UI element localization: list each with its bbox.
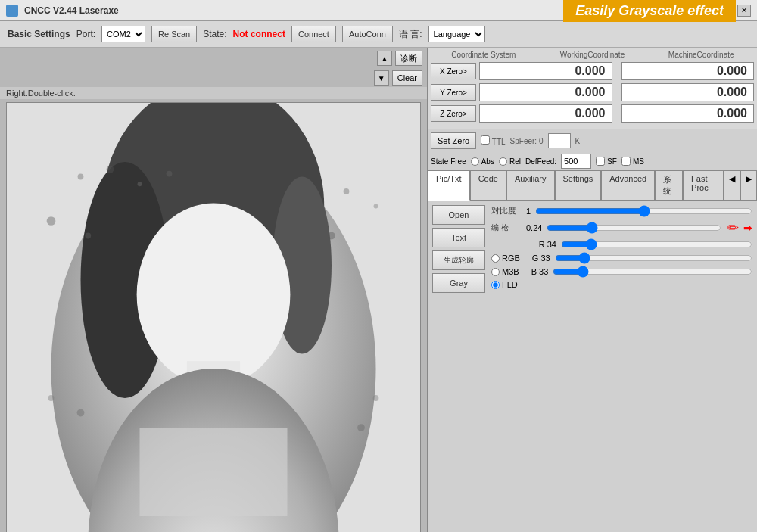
image-canvas — [6, 102, 421, 532]
fld-label: FLD — [502, 280, 518, 289]
rgb-row: RGB G 33 — [491, 253, 752, 263]
clear-row: ▼ Clear — [0, 69, 427, 87]
r-slider[interactable] — [561, 239, 752, 250]
b-slider[interactable] — [553, 266, 752, 277]
deffeed-label: DefFeed: — [525, 157, 556, 166]
clear-button[interactable]: Clear — [392, 70, 422, 86]
red-arrow-icon: ➡ — [743, 222, 752, 234]
m3b-radio[interactable] — [491, 268, 500, 276]
svg-point-20 — [48, 395, 55, 401]
tab-more-button[interactable]: ◀ — [724, 170, 740, 200]
contrast-slider-container — [535, 206, 752, 216]
tab-code[interactable]: Code — [470, 170, 506, 200]
y-zero-button[interactable]: Y Zero> — [431, 84, 476, 101]
contrast-label: 对比度 — [491, 205, 522, 216]
k-label: K — [575, 137, 581, 145]
port-select[interactable]: COM2COM1COM3COM4 — [101, 26, 145, 42]
portrait-image — [7, 103, 420, 532]
g-slider-container — [555, 253, 752, 263]
x-zero-button[interactable]: X Zero> — [431, 63, 476, 79]
arrow-down-button[interactable]: ▼ — [374, 70, 389, 86]
svg-point-12 — [107, 166, 114, 173]
tab-fast-proc[interactable]: Fast Proc — [683, 170, 724, 200]
content-area: ▲ 诊断 ▼ Clear Right.Double-click. — [0, 48, 757, 532]
abs-radio-group: Abs — [471, 157, 494, 166]
spfeer-input[interactable] — [548, 133, 571, 148]
autoconn-button[interactable]: AutoConn — [342, 26, 393, 42]
fld-radio[interactable] — [491, 281, 500, 289]
y-coord-row: Y Zero> 0.000 0.000 — [431, 83, 754, 101]
contrast-slider[interactable] — [535, 206, 752, 216]
coord-header: Coordinate System WorkingCoordinate Mach… — [431, 51, 754, 59]
tabs-bar: Pic/Txt Code Auxiliary Settings Advanced… — [428, 170, 757, 201]
app-icon — [6, 5, 18, 17]
svg-point-18 — [374, 204, 378, 209]
tab-more-button2[interactable]: ▶ — [740, 170, 757, 200]
deffeed-input[interactable] — [561, 154, 591, 169]
machine-coord-header: MachineCoordinate — [648, 51, 754, 59]
b-slider-container — [553, 266, 752, 277]
generate-outline-button[interactable]: 生成轮廓 — [432, 250, 485, 270]
x-machine-value: 0.000 — [621, 62, 755, 80]
fld-row: FLD — [491, 280, 752, 289]
svg-point-23 — [357, 424, 365, 431]
open-button[interactable]: Open — [432, 205, 485, 225]
coord-sys-header: Coordinate System — [431, 51, 537, 59]
tab-settings[interactable]: Settings — [555, 170, 602, 200]
rgb-label: RGB — [502, 254, 520, 263]
sf-checkbox[interactable] — [596, 157, 605, 166]
ms-checkbox[interactable] — [621, 157, 631, 166]
brightness-slider-container — [547, 222, 721, 233]
close-button[interactable]: ✕ — [737, 5, 751, 17]
diagnose-button[interactable]: 诊断 — [395, 51, 422, 66]
right-click-hint: Right.Double-click. — [0, 87, 427, 99]
tab-auxiliary[interactable]: Auxiliary — [506, 170, 555, 200]
z-machine-value: 0.000 — [621, 104, 755, 123]
svg-point-11 — [78, 174, 84, 180]
state-free-label: State Free — [431, 157, 466, 166]
set-zero-button[interactable]: Set Zero — [431, 132, 476, 149]
connect-button[interactable]: Connect — [291, 26, 336, 42]
text-button[interactable]: Text — [432, 228, 485, 247]
svg-point-13 — [138, 182, 142, 186]
y-working-value: 0.000 — [479, 83, 612, 101]
fld-option: FLD — [491, 280, 518, 289]
pic-txt-panel: Open Text 生成轮廓 Gray 对比度 1 — [428, 201, 757, 532]
right-panel: Coordinate System WorkingCoordinate Mach… — [428, 48, 757, 532]
tab-pic-txt[interactable]: Pic/Txt — [428, 170, 470, 201]
brightness-value: 0.24 — [526, 223, 542, 232]
svg-point-21 — [77, 409, 85, 417]
rgb-radio[interactable] — [491, 254, 500, 263]
basic-settings-label: Basic Settings — [8, 29, 70, 39]
ttl-checkbox[interactable] — [481, 135, 490, 145]
m3b-row: M3B B 33 — [491, 266, 752, 277]
rel-radio[interactable] — [499, 157, 507, 166]
left-panel: ▲ 诊断 ▼ Clear Right.Double-click. — [0, 48, 428, 532]
m3b-label: M3B — [502, 267, 519, 276]
brightness-slider[interactable] — [547, 222, 721, 233]
lang-label: 语 言: — [399, 28, 422, 41]
arrow-up-button[interactable]: ▲ — [377, 51, 392, 66]
ms-checkbox-group: MS — [621, 157, 644, 166]
gray-button[interactable]: Gray — [432, 273, 485, 293]
z-working-value: 0.000 — [479, 104, 612, 123]
status-bar: State Free Abs Rel DefFeed: SF MS — [428, 152, 757, 170]
ttl-checkbox-label: TTL — [481, 135, 505, 146]
r-slider-container — [561, 239, 752, 250]
rescan-button[interactable]: Re Scan — [151, 26, 197, 42]
port-label: Port: — [76, 29, 95, 39]
svg-point-15 — [47, 216, 56, 226]
z-zero-button[interactable]: Z Zero> — [431, 105, 476, 122]
r-row: R 34 — [491, 239, 752, 250]
abs-radio[interactable] — [471, 157, 479, 166]
left-top-controls: ▲ 诊断 — [0, 48, 427, 69]
tab-advanced[interactable]: Advanced — [601, 170, 655, 200]
contrast-row: 对比度 1 — [491, 205, 752, 216]
g-slider[interactable] — [555, 253, 752, 263]
coord-section: Coordinate System WorkingCoordinate Mach… — [428, 48, 757, 129]
rgb-option: RGB — [491, 254, 520, 263]
pic-settings: 对比度 1 编 枪 0.24 ✏ — [491, 205, 752, 532]
language-select[interactable]: Language — [428, 26, 485, 42]
tab-system[interactable]: 系统 — [655, 170, 683, 200]
title-bar: CNCC V2.44 Laseraxe Easily Grayscale eff… — [0, 0, 757, 21]
